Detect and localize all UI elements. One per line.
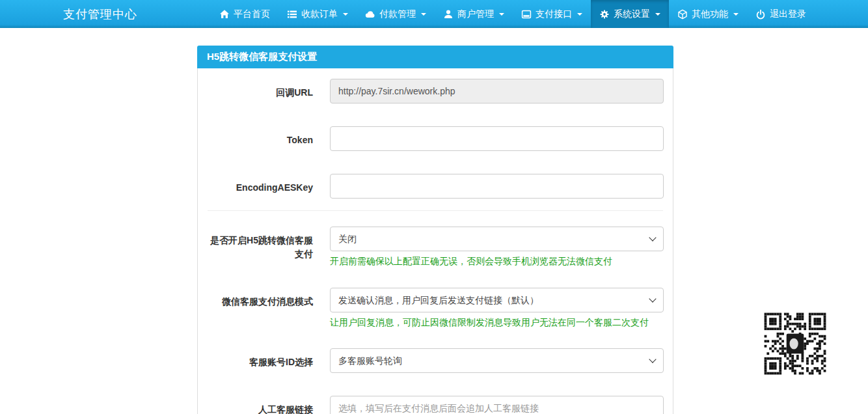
user-icon <box>443 9 454 20</box>
h5-enable-row: 是否开启H5跳转微信客服支付 关闭 开启前需确保以上配置正确无误，否则会导致手机… <box>208 227 663 268</box>
msg-mode-select[interactable]: 发送确认消息，用户回复后发送支付链接（默认） <box>330 288 664 312</box>
msg-mode-label: 微信客服支付消息模式 <box>208 288 313 309</box>
token-row: Token <box>208 126 663 151</box>
chevron-down-icon <box>577 13 582 16</box>
manual-kf-row: 人工客服链接 <box>208 396 663 414</box>
panel-body: 回调URL Token EncodingAESKey 是否开启H5跳转微信客服支… <box>197 68 673 414</box>
msg-mode-select-wrap: 发送确认消息，用户回复后发送支付链接（默认） <box>330 288 664 312</box>
nav-item-label: 退出登录 <box>770 8 806 20</box>
settings-panel: H5跳转微信客服支付设置 回调URL Token EncodingAESKey … <box>197 46 673 414</box>
nav-item-receive-orders[interactable]: 收款订单 <box>278 0 357 28</box>
token-label: Token <box>208 126 313 147</box>
customer-service-qr-code <box>759 308 831 380</box>
manual-kf-label: 人工客服链接 <box>208 396 313 414</box>
top-navbar: 支付管理中心 平台首页 收款订单 付款管理 <box>0 0 868 28</box>
main-nav: 平台首页 收款订单 付款管理 商户管理 <box>211 0 815 28</box>
chevron-down-icon <box>655 13 660 16</box>
panel-title: H5跳转微信客服支付设置 <box>197 46 673 68</box>
brand-title[interactable]: 支付管理中心 <box>53 0 147 28</box>
aes-key-field[interactable] <box>330 174 664 199</box>
kf-account-select-wrap: 多客服账号轮询 <box>330 348 664 373</box>
gear-icon <box>599 9 610 20</box>
power-icon <box>755 9 766 20</box>
h5-enable-help: 开启前需确保以上配置正确无误，否则会导致手机浏览器无法微信支付 <box>330 255 664 268</box>
chevron-down-icon <box>343 13 348 16</box>
window-icon <box>521 9 532 20</box>
h5-enable-select-wrap: 关闭 <box>330 227 664 251</box>
cube-icon <box>677 9 688 20</box>
kf-account-row: 客服账号ID选择 多客服账号轮询 <box>208 348 663 373</box>
aes-key-label: EncodingAESKey <box>208 174 313 195</box>
cloud-icon <box>365 9 375 20</box>
nav-item-label: 支付接口 <box>536 8 572 20</box>
nav-item-payment-interface[interactable]: 支付接口 <box>513 0 591 28</box>
nav-item-other-functions[interactable]: 其他功能 <box>669 0 747 28</box>
msg-mode-help: 让用户回复消息，可防止因微信限制发消息导致用户无法在同一个客服二次支付 <box>330 316 664 329</box>
aes-key-row: EncodingAESKey <box>208 174 663 199</box>
nav-item-label: 平台首页 <box>234 8 270 20</box>
nav-item-label: 其他功能 <box>692 8 728 20</box>
nav-item-logout[interactable]: 退出登录 <box>747 0 815 28</box>
kf-account-select[interactable]: 多客服账号轮询 <box>330 348 664 373</box>
msg-mode-row: 微信客服支付消息模式 发送确认消息，用户回复后发送支付链接（默认） 让用户回复消… <box>208 288 663 329</box>
home-icon <box>219 9 230 20</box>
callback-url-row: 回调URL <box>208 79 663 104</box>
nav-item-label: 系统设置 <box>614 8 650 20</box>
chevron-down-icon <box>421 13 426 16</box>
nav-item-label: 收款订单 <box>301 8 338 20</box>
nav-item-payout-management[interactable]: 付款管理 <box>357 0 435 28</box>
nav-item-system-settings[interactable]: 系统设置 <box>591 0 669 28</box>
h5-enable-select[interactable]: 关闭 <box>330 227 664 251</box>
nav-item-platform-home[interactable]: 平台首页 <box>211 0 278 28</box>
qr-code-image <box>759 308 831 380</box>
nav-item-label: 付款管理 <box>379 8 416 20</box>
list-icon <box>287 9 297 20</box>
chevron-down-icon <box>733 13 739 16</box>
chevron-down-icon <box>499 13 504 16</box>
manual-kf-field[interactable] <box>330 396 664 414</box>
nav-item-label: 商户管理 <box>457 8 494 20</box>
nav-item-merchant-management[interactable]: 商户管理 <box>435 0 513 28</box>
kf-account-label: 客服账号ID选择 <box>208 348 313 369</box>
callback-url-label: 回调URL <box>208 79 313 100</box>
h5-enable-label: 是否开启H5跳转微信客服支付 <box>208 227 313 261</box>
token-field[interactable] <box>330 126 664 151</box>
section-divider <box>208 210 663 211</box>
callback-url-field[interactable] <box>330 79 664 104</box>
